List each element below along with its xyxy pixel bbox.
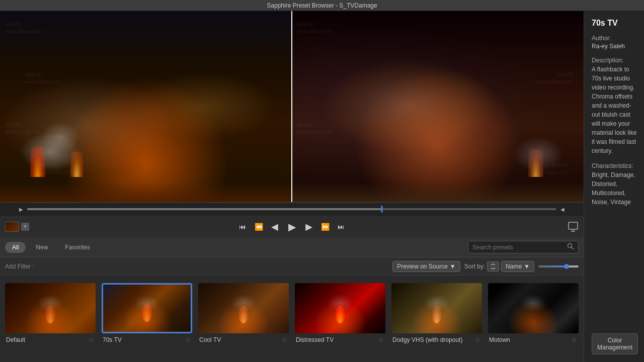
characteristics-section: Characteristics: Bright, Damage, Distort… [592,162,638,207]
preset-thumb-overlay-distressedtv [295,283,385,333]
characteristics-value: Bright, Damage, Distorted, Multicolored,… [592,170,638,207]
svg-point-1 [568,244,572,248]
skip-to-end-button[interactable]: ⏭ [334,220,348,234]
preset-star-cooltv[interactable]: ☆ [281,336,288,344]
timeline-playhead [381,206,382,213]
preset-item-dodgyvhs[interactable]: Dodgy VHS (with dropout)☆ [391,283,482,344]
author-label: Author: [592,35,638,42]
preset-star-motown[interactable]: ☆ [571,336,578,344]
preset-thumbnail-dodgyvhs[interactable] [391,283,482,333]
preset-name-distressedtv: Distressed TV [296,336,334,343]
sort-controls: Sort by: Name ▼ [464,261,534,272]
play-button[interactable]: ▶ [284,219,300,235]
sort-by-label: Sort by: [464,263,485,270]
preset-label-row-default: Default☆ [5,336,96,344]
skip-to-start-button[interactable]: ⏮ [235,220,250,234]
preview-area: 辅客AE www.talkae.com 辅客AE www.talkae.com … [0,11,584,202]
description-section: Description: A flashback to 70s live stu… [592,57,638,155]
preview-divider[interactable] [291,11,292,202]
tab-favorites[interactable]: Favorites [58,242,97,253]
preset-name-default: Default [6,336,25,343]
source-thumbnail [5,222,19,232]
preview-video: 辅客AE www.talkae.com 辅客AE www.talkae.com … [0,11,584,202]
preset-label-row-dodgyvhs: Dodgy VHS (with dropout)☆ [391,336,482,344]
search-input[interactable] [472,244,567,251]
preset-thumbnail-cooltv[interactable] [198,283,289,333]
timeline[interactable]: ▶ ◀ [0,203,584,216]
step-forward-button[interactable]: ⏩ [318,220,332,234]
preset-label-row-distressedtv: Distressed TV☆ [295,336,385,344]
preset-name-motown: Motown [489,336,510,343]
source-dropdown[interactable]: ▼ [21,223,29,231]
preview-after: 辅客AE www.talkae.com 辅客AE www.talkae.com … [292,11,584,202]
svg-rect-0 [569,222,578,229]
preset-title: 70s TV [592,19,638,28]
characteristics-label: Characteristics: [592,162,638,169]
tab-new[interactable]: New [29,242,55,253]
presets-filter-bar: Add Filter : Preview on Source ▼ Sort by… [0,257,584,276]
preset-label-row-70stv: 70s TV☆ [102,336,192,344]
forward-button[interactable]: ◀ [302,220,316,234]
timeline-start: ▶ [15,203,27,216]
controls-bar: ▶ ◀ ▼ ⏮ ⏪ ◀ ▶ ◀ ⏩ ⏭ [0,202,584,237]
preset-star-default[interactable]: ☆ [88,336,95,344]
preset-name-70stv: 70s TV [103,336,122,343]
preset-thumbnail-70stv[interactable] [102,283,192,333]
window-title: Sapphire Preset Browser - S_TVDamage [267,2,377,9]
tab-all[interactable]: All [5,242,26,253]
preset-star-dodgyvhs[interactable]: ☆ [474,336,481,344]
title-bar: Sapphire Preset Browser - S_TVDamage [0,0,644,11]
preset-star-70stv[interactable]: ☆ [185,336,191,344]
filter-controls: Preview on Source ▼ Sort by: Name [392,261,579,272]
preset-thumb-overlay-default [5,283,96,333]
preview-before: 辅客AE www.talkae.com 辅客AE www.talkae.com … [0,11,292,202]
preset-label-row-cooltv: Cool TV☆ [198,336,289,344]
sort-order-button[interactable] [487,261,499,272]
author-section: Author: Ra-ey Saleh [592,35,638,50]
presets-area: All New Favorites Add Filter : [0,237,584,362]
back-button[interactable]: ◀ [268,220,282,234]
view-size-slider[interactable] [538,265,579,267]
preset-item-distressedtv[interactable]: Distressed TV☆ [295,283,385,344]
author-value: Ra-ey Saleh [592,43,638,50]
preset-item-cooltv[interactable]: Cool TV☆ [198,283,289,344]
color-management-button[interactable]: Color Management [592,333,638,354]
preset-item-default[interactable]: Default☆ [5,283,96,344]
main-container: 辅客AE www.talkae.com 辅客AE www.talkae.com … [0,11,644,362]
preset-thumb-overlay-dodgyvhs [391,283,482,333]
preset-name-cooltv: Cool TV [199,336,221,343]
presets-toolbar: All New Favorites [0,237,584,257]
add-filter-label: Add Filter : [5,263,34,270]
right-panel: 70s TV Author: Ra-ey Saleh Description: … [584,11,644,362]
preset-thumbnail-distressedtv[interactable] [295,283,385,333]
preset-label-row-motown: Motown☆ [488,336,579,344]
preset-thumb-overlay-cooltv [198,283,289,333]
preset-thumb-overlay-motown [488,283,579,333]
preview-source-chevron: ▼ [450,263,456,270]
step-back-button[interactable]: ⏪ [252,220,266,234]
export-button[interactable] [568,221,579,232]
slider-thumb [564,264,569,269]
preset-star-distressedtv[interactable]: ☆ [378,336,384,344]
preview-source-label: Preview on Source [397,263,448,270]
preset-thumbnail-default[interactable] [5,283,96,333]
description-value: A flashback to 70s live studio video rec… [592,65,638,155]
source-indicator: ▼ [5,222,29,232]
timeline-end: ◀ [556,203,569,216]
timeline-progress [27,208,382,210]
left-panel: 辅客AE www.talkae.com 辅客AE www.talkae.com … [0,11,584,362]
timeline-track[interactable] [27,208,556,210]
preset-item-motown[interactable]: Motown☆ [488,283,579,344]
preset-item-70stv[interactable]: 70s TV☆ [102,283,192,344]
playback-controls: ▼ ⏮ ⏪ ◀ ▶ ◀ ⏩ ⏭ [0,216,584,237]
preview-source-dropdown[interactable]: Preview on Source ▼ [392,261,460,272]
svg-line-2 [572,247,574,250]
sort-name-value: Name [506,263,522,270]
preset-thumbnail-motown[interactable] [488,283,579,333]
sort-dropdown-chevron: ▼ [524,263,530,270]
sort-name-dropdown[interactable]: Name ▼ [501,261,534,272]
presets-grid: Default☆70s TV☆Cool TV☆Distressed TV☆Dod… [0,276,584,362]
search-box [468,241,579,253]
description-label: Description: [592,57,638,64]
preset-name-dodgyvhs: Dodgy VHS (with dropout) [392,336,462,343]
